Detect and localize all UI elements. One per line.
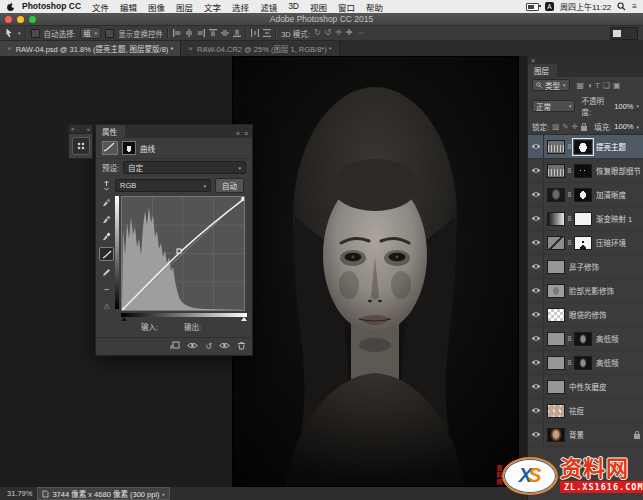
curves-grid[interactable] bbox=[121, 196, 245, 311]
menu-item[interactable]: 图层 bbox=[176, 1, 193, 13]
tool-preset-caret-icon[interactable]: ▾ bbox=[18, 30, 21, 36]
panel-close-icon[interactable]: × bbox=[71, 126, 75, 132]
draw-curve-pencil-icon[interactable] bbox=[100, 266, 113, 278]
layer-thumbnail[interactable] bbox=[574, 332, 592, 346]
layer-row[interactable]: 8 高低频 bbox=[528, 327, 643, 351]
tab-close-icon[interactable]: × bbox=[7, 44, 12, 53]
channel-dropdown[interactable]: RGB▾ bbox=[115, 179, 211, 192]
layer-visibility-eye-icon[interactable] bbox=[528, 351, 544, 374]
align-top-edges-icon[interactable] bbox=[209, 29, 217, 37]
fill-value[interactable]: 100% bbox=[614, 122, 633, 131]
document-tab[interactable]: × RAW-04.psd @ 31.8% (提亮主题, 图层蒙版/8) * bbox=[0, 41, 181, 56]
white-point-eyedropper-icon[interactable] bbox=[100, 230, 113, 242]
fill-caret-icon[interactable]: ▾ bbox=[636, 124, 639, 130]
layer-mask-thumbnail-icon[interactable] bbox=[122, 141, 136, 155]
3d-scale-icon[interactable]: ⇔ bbox=[357, 29, 365, 37]
menu-item[interactable]: 文字 bbox=[204, 1, 221, 13]
gray-point-eyedropper-icon[interactable] bbox=[100, 213, 113, 225]
menu-item[interactable]: 滤镜 bbox=[260, 1, 277, 13]
3d-pan-icon[interactable]: ✛ bbox=[335, 29, 342, 37]
tab-close-icon[interactable]: × bbox=[188, 44, 193, 53]
layer-thumbnail[interactable] bbox=[574, 356, 592, 370]
move-tool-icon[interactable] bbox=[5, 28, 14, 38]
menu-item[interactable]: 窗口 bbox=[338, 1, 355, 13]
panel-menu-icon[interactable]: ≡ bbox=[244, 130, 248, 137]
collapse-to-icons-icon[interactable]: « bbox=[236, 130, 240, 137]
layer-row[interactable]: 祛痘 bbox=[528, 399, 643, 423]
layer-row[interactable]: 8 恢复眼部细节 bbox=[528, 159, 643, 183]
battery-icon[interactable] bbox=[526, 3, 539, 11]
filter-adjustment-layers-icon[interactable]: ◑ bbox=[587, 81, 592, 90]
zoom-level-field[interactable]: 31.79% bbox=[7, 489, 32, 498]
layer-thumbnail[interactable] bbox=[547, 236, 565, 250]
layer-visibility-eye-icon[interactable] bbox=[528, 279, 544, 302]
layer-row[interactable]: 8 压暗环境 bbox=[528, 231, 643, 255]
menu-item[interactable]: 文件 bbox=[92, 1, 109, 13]
distribute-vertical-icon[interactable] bbox=[263, 29, 271, 37]
clipping-warning-icon[interactable]: ⚠ bbox=[100, 300, 113, 312]
toggle-visibility-icon[interactable] bbox=[219, 342, 230, 351]
layer-thumbnail[interactable] bbox=[574, 236, 592, 250]
layer-thumbnail[interactable] bbox=[574, 140, 592, 154]
adjustments-panel-icon[interactable] bbox=[72, 137, 90, 155]
spotlight-search-icon[interactable] bbox=[617, 2, 626, 11]
filter-smart-objects-icon[interactable]: ▣ bbox=[613, 81, 621, 90]
auto-select-dropdown[interactable]: 组▾ bbox=[80, 27, 102, 39]
blend-mode-dropdown[interactable]: 正常▾ bbox=[532, 100, 575, 112]
doc-info-caret-icon[interactable]: ▸ bbox=[163, 491, 166, 497]
layer-thumbnail[interactable] bbox=[547, 284, 565, 298]
layer-thumbnail[interactable] bbox=[574, 164, 592, 178]
layer-visibility-eye-icon[interactable] bbox=[528, 159, 544, 182]
align-bottom-edges-icon[interactable] bbox=[233, 29, 241, 37]
preset-dropdown[interactable]: 自定▾ bbox=[123, 161, 246, 174]
filter-pixel-layers-icon[interactable]: ▦ bbox=[577, 81, 585, 90]
layer-visibility-eye-icon[interactable] bbox=[528, 303, 544, 326]
layer-thumbnail[interactable] bbox=[547, 308, 565, 322]
layer-thumbnail[interactable] bbox=[547, 332, 565, 346]
layer-visibility-eye-icon[interactable] bbox=[528, 207, 544, 230]
menu-clock[interactable]: 周四上午11:22 bbox=[560, 1, 611, 12]
layer-thumbnail[interactable] bbox=[547, 404, 565, 418]
black-point-eyedropper-icon[interactable] bbox=[100, 196, 113, 208]
notification-center-icon[interactable]: ≡ bbox=[632, 2, 637, 11]
menu-item[interactable]: 视图 bbox=[310, 1, 327, 13]
show-transform-checkbox[interactable] bbox=[105, 29, 114, 38]
apple-logo-icon[interactable] bbox=[6, 2, 15, 12]
expand-panel-icon[interactable]: » bbox=[87, 126, 90, 132]
layer-visibility-eye-icon[interactable] bbox=[528, 135, 544, 158]
3d-orbit-icon[interactable]: ↻ bbox=[314, 29, 321, 37]
layer-visibility-eye-icon[interactable] bbox=[528, 255, 544, 278]
reset-adjustment-icon[interactable]: ↺ bbox=[205, 342, 212, 351]
filter-type-dropdown[interactable]: 类型▾ bbox=[532, 79, 570, 91]
edit-curve-points-icon[interactable] bbox=[99, 247, 114, 261]
3d-slide-icon[interactable]: ✚ bbox=[346, 29, 353, 37]
view-previous-state-icon[interactable] bbox=[187, 342, 198, 351]
menu-item[interactable]: 编辑 bbox=[120, 1, 137, 13]
panel-group-close-icon[interactable]: × bbox=[531, 57, 535, 64]
layer-visibility-eye-icon[interactable] bbox=[528, 375, 544, 398]
lock-all-icon[interactable] bbox=[581, 126, 587, 131]
layer-row[interactable]: 眼袋的修饰 bbox=[528, 303, 643, 327]
opacity-caret-icon[interactable]: ▾ bbox=[636, 103, 639, 109]
layer-thumbnail[interactable] bbox=[547, 140, 565, 154]
layer-thumbnail[interactable] bbox=[547, 212, 565, 226]
layer-row[interactable]: 中性灰磨皮 bbox=[528, 375, 643, 399]
lock-pixels-icon[interactable]: ✎ bbox=[562, 122, 568, 131]
opacity-value[interactable]: 100% bbox=[614, 102, 633, 111]
layer-visibility-eye-icon[interactable] bbox=[528, 231, 544, 254]
document-tab[interactable]: × RAW-04.CR2 @ 25% (图层 1, RGB/8*) * bbox=[181, 41, 339, 56]
layer-row[interactable]: 鼻子修饰 bbox=[528, 255, 643, 279]
layer-thumbnail[interactable] bbox=[547, 164, 565, 178]
auto-select-checkbox[interactable] bbox=[31, 29, 40, 38]
align-vertical-centers-icon[interactable] bbox=[221, 29, 229, 37]
document-canvas[interactable] bbox=[232, 56, 519, 487]
filter-type-layers-icon[interactable]: T bbox=[595, 81, 600, 90]
layer-thumbnail[interactable] bbox=[547, 356, 565, 370]
layer-visibility-eye-icon[interactable] bbox=[528, 399, 544, 422]
tab-layers[interactable]: 图层 bbox=[528, 64, 557, 77]
workspace-switcher[interactable] bbox=[610, 27, 638, 40]
auto-button[interactable]: 自动 bbox=[215, 178, 244, 193]
layer-visibility-eye-icon[interactable] bbox=[528, 183, 544, 206]
input-gradient-strip[interactable] bbox=[121, 313, 247, 317]
menu-item[interactable]: 3D bbox=[288, 1, 299, 13]
